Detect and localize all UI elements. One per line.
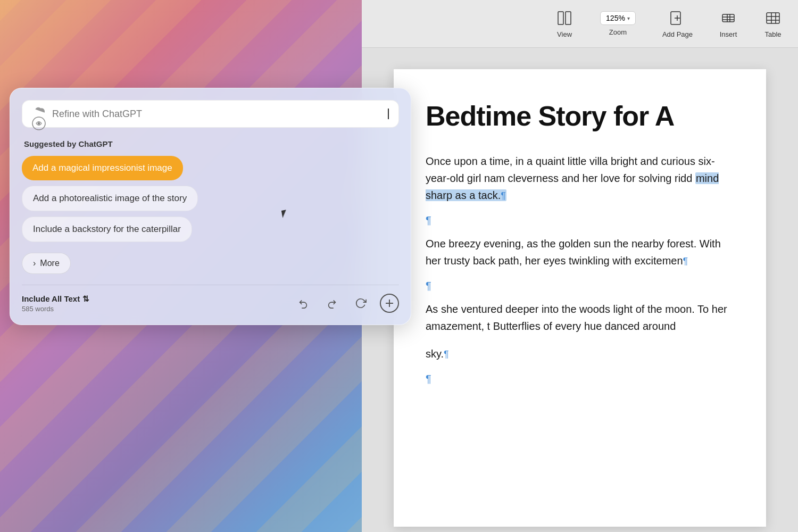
zoom-value: 125% xyxy=(606,14,625,22)
toolbar-zoom[interactable]: 125% ▾ Zoom xyxy=(600,11,636,36)
suggestion-2-label: Add a photorealistic image of the story xyxy=(33,193,187,204)
suggested-label: Suggested by ChatGPT xyxy=(22,139,399,148)
context-label: Include All Text ⇅ xyxy=(22,294,89,304)
search-cursor xyxy=(388,109,389,119)
toolbar-insert[interactable]: Insert xyxy=(719,9,737,38)
svg-point-16 xyxy=(38,122,40,125)
openai-icon xyxy=(32,107,46,121)
suggestions-list: Add a magical impressionist image Add a … xyxy=(22,156,399,242)
context-selector[interactable]: Include All Text ⇅ 585 words xyxy=(22,294,89,313)
suggestion-1-label: Add a magical impressionist image xyxy=(32,163,172,173)
search-bar[interactable] xyxy=(22,100,399,128)
redo-icon xyxy=(326,297,338,309)
pilcrow-line-3: ¶ xyxy=(426,373,734,385)
refresh-icon xyxy=(355,297,367,309)
svg-rect-0 xyxy=(558,12,563,24)
add-button[interactable] xyxy=(380,294,399,313)
pilcrow-line-2: ¶ xyxy=(426,280,734,292)
chatgpt-panel: Suggested by ChatGPT Add a magical impre… xyxy=(10,88,411,325)
svg-rect-5 xyxy=(722,14,734,22)
paragraph-3: As she ventured deeper into the woods li… xyxy=(426,301,734,335)
redo-button[interactable] xyxy=(322,294,342,313)
insert-icon xyxy=(719,9,737,27)
zoom-button[interactable]: 125% ▾ xyxy=(600,11,636,25)
refresh-button[interactable] xyxy=(351,294,370,313)
insert-label: Insert xyxy=(720,30,737,38)
document: Bedtime Story for A Once upon a time, in… xyxy=(394,69,766,527)
search-input[interactable] xyxy=(52,109,381,120)
word-count: 585 words xyxy=(22,305,89,313)
pilcrow-line-1: ¶ xyxy=(426,214,734,227)
add-icon xyxy=(385,298,394,308)
suggestion-button-1[interactable]: Add a magical impressionist image xyxy=(22,156,183,180)
paragraph-3-text: As she ventured deeper into the woods li… xyxy=(426,303,727,332)
toolbar-view[interactable]: View xyxy=(555,9,573,38)
table-label: Table xyxy=(764,30,781,38)
paragraph-1: Once upon a time, in a quaint little vil… xyxy=(426,153,734,204)
paragraph-3-end: sky.¶ xyxy=(426,345,734,362)
svg-rect-10 xyxy=(767,13,779,23)
add-page-label: Add Page xyxy=(662,30,693,38)
pages-toolbar: View 125% ▾ Zoom Add Page xyxy=(362,0,798,48)
chevron-down-icon: › xyxy=(33,259,36,268)
add-page-icon xyxy=(668,9,686,27)
bottom-actions xyxy=(294,294,399,313)
undo-button[interactable] xyxy=(294,294,313,313)
suggestion-button-3[interactable]: Include a backstory for the caterpillar xyxy=(22,217,192,242)
paragraph-2-text: One breezy evening, as the golden sun th… xyxy=(426,238,721,267)
suggestion-3-label: Include a backstory for the caterpillar xyxy=(33,224,181,235)
pages-content: Bedtime Story for A Once upon a time, in… xyxy=(362,48,798,532)
zoom-chevron: ▾ xyxy=(627,15,630,21)
pages-panel: View 125% ▾ Zoom Add Page xyxy=(362,0,798,532)
toolbar-add-page[interactable]: Add Page xyxy=(662,9,693,38)
view-label: View xyxy=(557,30,572,38)
table-icon xyxy=(764,9,782,27)
toolbar-table[interactable]: Table xyxy=(764,9,782,38)
more-label: More xyxy=(40,259,59,268)
paragraph-2: One breezy evening, as the golden sun th… xyxy=(426,235,734,269)
bottom-bar: Include All Text ⇅ 585 words xyxy=(22,285,399,313)
paragraph-1-text: Once upon a time, in a quaint little vil… xyxy=(426,155,715,184)
context-chevron-icon: ⇅ xyxy=(82,294,89,304)
svg-rect-1 xyxy=(566,12,571,24)
context-text: Include All Text xyxy=(22,294,80,303)
more-button[interactable]: › More xyxy=(22,253,71,274)
undo-icon xyxy=(297,297,309,309)
paragraph-3-sky: sky.¶ xyxy=(426,348,449,360)
suggestion-button-2[interactable]: Add a photorealistic image of the story xyxy=(22,186,198,211)
zoom-label: Zoom xyxy=(609,28,627,36)
document-title: Bedtime Story for A xyxy=(426,101,734,131)
view-icon xyxy=(555,9,573,27)
